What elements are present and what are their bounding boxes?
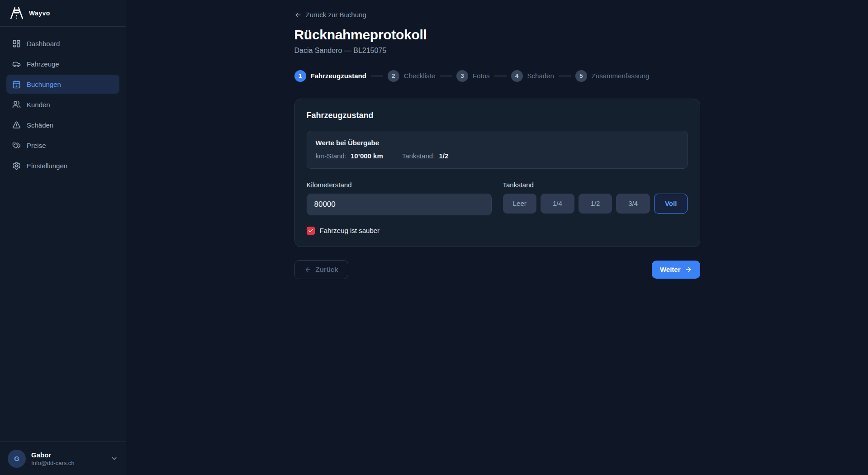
sidebar-item-kunden[interactable]: Kunden [6, 95, 119, 114]
sidebar-item-label: Fahrzeuge [27, 60, 59, 68]
arrow-right-icon [685, 266, 692, 273]
car-icon [12, 60, 21, 68]
handover-title: Werte bei Übergabe [316, 139, 679, 147]
step-label: Fotos [473, 72, 490, 80]
next-button[interactable]: Weiter [652, 261, 700, 279]
handover-tank-label: Tankstand: [402, 152, 435, 160]
step-number: 3 [456, 70, 468, 82]
checkbox-label: Fahrzeug ist sauber [320, 227, 380, 234]
page-subtitle: Dacia Sandero — BL215075 [294, 47, 700, 55]
sidebar-nav: DashboardFahrzeugeBuchungenKundenSchäden… [0, 27, 126, 182]
back-to-booking-link[interactable]: Zurück zur Buchung [294, 11, 366, 19]
back-button-label: Zurück [316, 266, 338, 273]
step-1-active[interactable]: 1Fahrzeugzustand [294, 70, 366, 82]
step-label: Checkliste [404, 72, 435, 80]
sidebar-item-label: Einstellungen [27, 162, 67, 170]
step-5-upcoming[interactable]: 5Zusammenfassung [575, 70, 650, 82]
brand-name: Wayvo [29, 10, 50, 17]
kilometerstand-input[interactable] [307, 194, 492, 215]
step-3-upcoming[interactable]: 3Fotos [456, 70, 490, 82]
handover-values-box: Werte bei Übergabe km-Stand: 10’000 km T… [307, 131, 688, 169]
handover-km: km-Stand: 10’000 km [316, 152, 383, 160]
page-title: Rücknahmeprotokoll [294, 27, 700, 43]
wizard-actions: Zurück Weiter [294, 260, 700, 279]
tank-options: Leer1/41/23/4Voll [503, 194, 688, 214]
step-connector [371, 76, 383, 76]
handover-km-value: 10’000 km [351, 152, 383, 160]
wayvo-logo-icon [9, 6, 24, 20]
sidebar-item-label: Schäden [27, 121, 53, 129]
step-number: 5 [575, 70, 587, 82]
step-2-upcoming[interactable]: 2Checkliste [388, 70, 435, 82]
tank-option-voll[interactable]: Voll [654, 194, 688, 214]
user-meta: Gabor Info@dd-cars.ch [31, 451, 105, 466]
sidebar: Wayvo DashboardFahrzeugeBuchungenKundenS… [0, 0, 126, 475]
step-label: Schäden [527, 72, 554, 80]
handover-tank: Tankstand: 1/2 [402, 152, 449, 160]
dashboard-icon [12, 39, 21, 48]
sidebar-item-fahrzeuge[interactable]: Fahrzeuge [6, 54, 119, 73]
step-connector [494, 76, 507, 76]
sidebar-item-label: Preise [27, 142, 46, 149]
calendar-icon [12, 80, 21, 89]
user-email: Info@dd-cars.ch [31, 460, 105, 466]
stepper: 1Fahrzeugzustand2Checkliste3Fotos4Schäde… [294, 70, 700, 82]
tank-option-1-4[interactable]: 1/4 [541, 194, 574, 214]
sidebar-item-dashboard[interactable]: Dashboard [6, 34, 119, 53]
step-4-upcoming[interactable]: 4Schäden [511, 70, 554, 82]
tank-option-leer[interactable]: Leer [503, 194, 537, 214]
tags-icon [12, 141, 21, 150]
sidebar-item-label: Kunden [27, 101, 50, 109]
km-field-label: Kilometerstand [307, 181, 492, 189]
arrow-left-icon [304, 266, 312, 273]
gear-icon [12, 162, 21, 170]
step-number: 1 [294, 70, 306, 82]
next-button-label: Weiter [660, 266, 681, 273]
content-column: Zurück zur Buchung Rücknahmeprotokoll Da… [294, 0, 700, 475]
sidebar-item-schaeden[interactable]: Schäden [6, 115, 119, 134]
handover-km-label: km-Stand: [316, 152, 346, 160]
users-icon [12, 100, 21, 109]
vehicle-clean-checkbox-row[interactable]: Fahrzeug ist sauber [307, 227, 688, 235]
sidebar-item-label: Buchungen [27, 81, 61, 88]
step-number: 4 [511, 70, 523, 82]
km-field: Kilometerstand [307, 181, 492, 215]
card-title: Fahrzeugzustand [307, 111, 688, 120]
user-menu[interactable]: G Gabor Info@dd-cars.ch [0, 442, 126, 475]
step-connector [440, 76, 452, 76]
back-link-label: Zurück zur Buchung [306, 11, 366, 19]
brand-header: Wayvo [0, 0, 126, 27]
vehicle-condition-card: Fahrzeugzustand Werte bei Übergabe km-St… [294, 99, 700, 247]
checkbox-checked-icon[interactable] [307, 227, 315, 235]
tank-field-label: Tankstand [503, 181, 688, 189]
tank-option-1-2[interactable]: 1/2 [579, 194, 612, 214]
avatar: G [8, 450, 26, 468]
step-connector [559, 76, 571, 76]
tank-option-3-4[interactable]: 3/4 [616, 194, 650, 214]
handover-values: km-Stand: 10’000 km Tankstand: 1/2 [316, 152, 679, 160]
sidebar-item-einstellungen[interactable]: Einstellungen [6, 156, 119, 175]
check-icon [308, 228, 313, 233]
sidebar-item-label: Dashboard [27, 40, 60, 48]
step-number: 2 [388, 70, 399, 82]
step-label: Zusammenfassung [592, 72, 650, 80]
warning-icon [12, 121, 21, 129]
user-name: Gabor [31, 451, 105, 459]
sidebar-item-preise[interactable]: Preise [6, 136, 119, 155]
arrow-left-icon [294, 11, 302, 19]
sidebar-item-buchungen[interactable]: Buchungen [6, 75, 119, 94]
main-area: Zurück zur Buchung Rücknahmeprotokoll Da… [126, 0, 868, 475]
back-button[interactable]: Zurück [294, 260, 348, 279]
step-label: Fahrzeugzustand [311, 72, 366, 80]
handover-tank-value: 1/2 [439, 152, 448, 160]
chevron-down-icon [110, 455, 118, 462]
tank-field: Tankstand Leer1/41/23/4Voll [503, 181, 688, 215]
form-grid: Kilometerstand Tankstand Leer1/41/23/4Vo… [307, 181, 688, 215]
